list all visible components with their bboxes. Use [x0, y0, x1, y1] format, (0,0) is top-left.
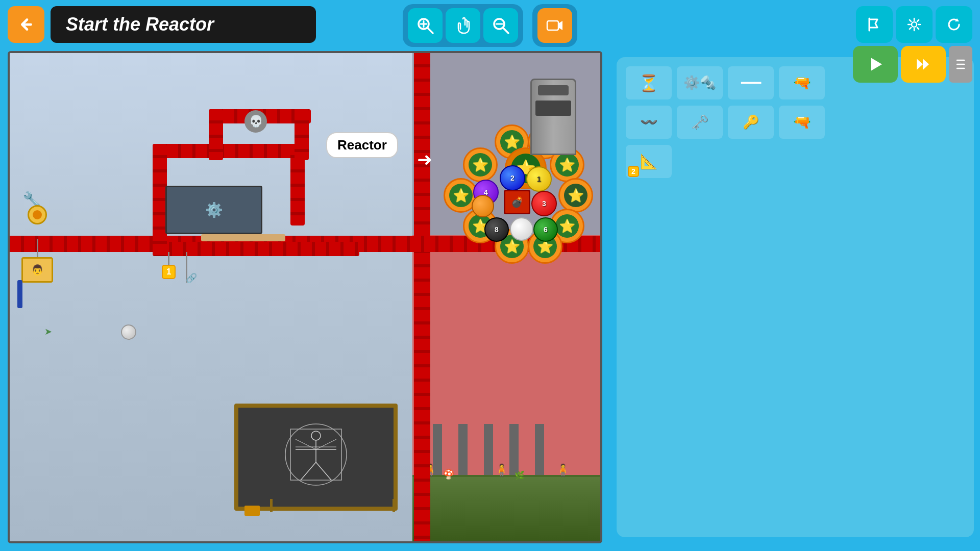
terrain-bump: 🌿 [514, 470, 525, 480]
title-box: Start the Reactor [51, 6, 316, 43]
hand-button[interactable] [446, 8, 480, 43]
right-panel: ⏳ ⚙️🔩 ━━━ 🔫 〰️ 🗝️ 🔑 🔫 📐 2 [607, 51, 980, 543]
ball-orange [472, 195, 494, 217]
skull-ball: 💀 [244, 110, 267, 133]
chalkboard-leg-left [270, 499, 273, 512]
item-gun2[interactable]: 🔫 [779, 106, 825, 139]
camera-tool-group [532, 4, 577, 47]
bomb-box: 💣 [504, 190, 530, 214]
item-key1[interactable]: 🗝️ [677, 106, 723, 139]
reactor-label: Reactor [326, 132, 398, 158]
character-figure: 🧍 [555, 463, 571, 478]
zoom-out-button[interactable] [483, 8, 518, 43]
svg-point-9 [912, 22, 917, 27]
item-row-2: 〰️ 🗝️ 🔑 🔫 [626, 106, 965, 139]
svg-line-22 [301, 462, 316, 480]
item-rope[interactable]: 〰️ [626, 106, 672, 139]
ball-3: 3 [531, 191, 557, 216]
svg-line-1 [428, 28, 433, 33]
back-button[interactable] [8, 6, 44, 43]
svg-marker-11 [871, 58, 882, 71]
reactor-machine [530, 79, 576, 155]
page-title: Start the Reactor [66, 14, 214, 35]
svg-rect-7 [547, 21, 558, 30]
rail-upper-left [209, 109, 223, 160]
item-hourglass[interactable]: ⏳ [626, 66, 672, 99]
right-top-controls [856, 6, 972, 43]
pillar [484, 424, 493, 475]
ball-white [510, 217, 533, 241]
rail-left [153, 144, 167, 256]
rail-top [153, 144, 306, 158]
character-figure: 🧍 [494, 463, 509, 478]
reactor-arrow: ➜ [417, 149, 432, 170]
gear-button[interactable] [896, 6, 933, 43]
reactor-text: Reactor [337, 137, 387, 153]
platform-shelf [201, 234, 285, 241]
game-area: 🧍 🧍 🧍 🍄 🌿 ⚙️ 1 🔗 Reactor ➜ 💀 ⭐ [8, 51, 602, 543]
playback-controls [853, 46, 972, 83]
view-tool-group [403, 4, 523, 47]
svg-line-23 [316, 462, 331, 480]
svg-line-5 [503, 28, 508, 33]
chalkboard-leg-right [393, 499, 395, 512]
bucket-character: 👨 [17, 257, 57, 308]
star-coin: ⭐ [463, 147, 498, 182]
pillar [509, 424, 519, 475]
refresh-button[interactable] [936, 6, 972, 43]
yoyo [28, 205, 47, 224]
ball-6: 6 [533, 217, 558, 242]
item-key2[interactable]: 🔑 [728, 106, 774, 139]
top-bar: Start the Reactor [0, 0, 980, 48]
item-row-3: 📐 2 [626, 145, 965, 178]
item-gun1[interactable]: 🔫 [779, 66, 825, 99]
camera-button[interactable] [537, 8, 572, 43]
rail-upper-right [295, 109, 309, 160]
ball-8: 8 [484, 217, 509, 242]
direction-arrow: ➤ [44, 326, 52, 337]
svg-marker-13 [923, 59, 929, 70]
svg-marker-12 [917, 59, 923, 70]
frame-number-badge: 1 [162, 265, 176, 279]
hook: 🔗 [186, 272, 197, 284]
ball-1: 1 [526, 166, 552, 192]
pillar [458, 424, 468, 475]
small-ball [121, 324, 136, 340]
pillar [535, 424, 544, 475]
fast-forward-button[interactable] [901, 46, 946, 83]
item-count-badge: 2 [628, 166, 639, 177]
flag-button[interactable] [856, 6, 893, 43]
zoom-in-button[interactable] [408, 8, 443, 43]
item-bar[interactable]: ━━━ [728, 66, 774, 99]
chalkboard [234, 404, 398, 511]
terrain-bump: 🍄 [443, 469, 454, 480]
item-mechanism[interactable]: ⚙️🔩 [677, 66, 723, 99]
steps-button[interactable] [949, 46, 972, 83]
vertical-divider [414, 53, 430, 541]
game-bottom-right: 🧍 🧍 🧍 🍄 🌿 [412, 235, 600, 541]
svg-point-19 [311, 431, 321, 440]
rail-bottom [158, 242, 359, 256]
center-tools [403, 4, 577, 47]
svg-line-25 [296, 439, 316, 449]
book [244, 506, 260, 516]
items-panel: ⏳ ⚙️🔩 ━━━ 🔫 〰️ 🗝️ 🔑 🔫 📐 2 [617, 57, 974, 537]
machine-box: ⚙️ [165, 186, 262, 234]
item-triangle[interactable]: 📐 2 [626, 145, 672, 178]
machine-icon: ⚙️ [205, 202, 223, 218]
svg-line-26 [316, 439, 336, 449]
ball-2: 2 [500, 165, 525, 191]
play-button[interactable] [853, 46, 898, 83]
star-coin: ⭐ [558, 178, 593, 213]
